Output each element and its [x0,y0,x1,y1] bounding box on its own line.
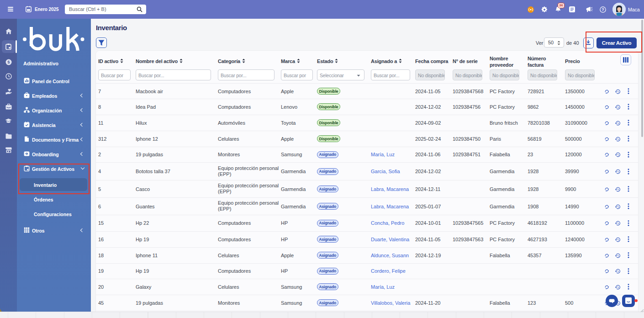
svg-text:$: $ [7,60,10,65]
svg-text:?: ? [602,7,604,12]
